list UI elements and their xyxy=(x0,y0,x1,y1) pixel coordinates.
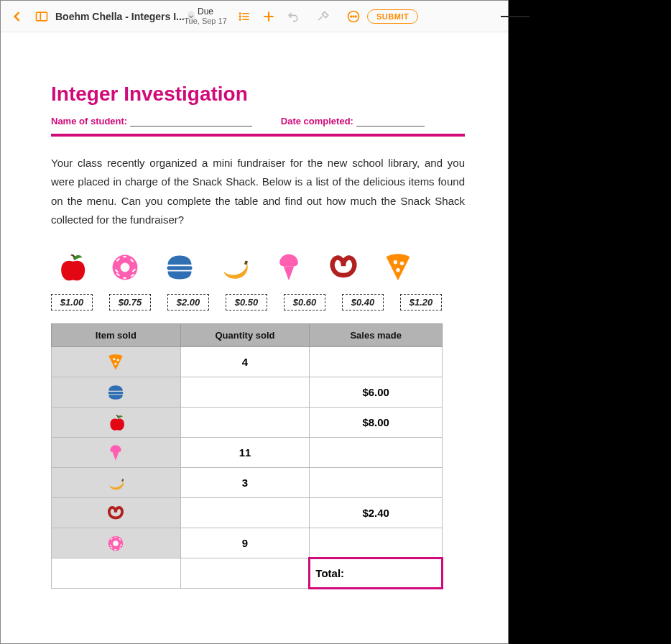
due-date-block: Due Tue, Sep 17 xyxy=(180,7,231,25)
price-donut: $0.75 xyxy=(109,294,151,310)
item-cell xyxy=(52,408,181,438)
sales-table: Item sold Quantity sold Sales made 4$6.0… xyxy=(51,323,443,589)
burger-icon xyxy=(106,385,125,397)
app-window: Boehm Chella - Integers I... Due Tue, Se… xyxy=(0,0,509,644)
col-sales: Sales made xyxy=(310,324,443,347)
undo-icon[interactable] xyxy=(282,6,304,27)
item-cell xyxy=(52,377,181,408)
page-title: Integer Investigation xyxy=(51,83,465,106)
qty-cell[interactable]: 9 xyxy=(180,528,310,558)
panel-toggle-icon[interactable] xyxy=(31,6,52,27)
qty-cell[interactable]: 11 xyxy=(180,438,310,468)
price-pizza: $1.20 xyxy=(400,294,442,310)
item-cell xyxy=(52,528,181,558)
banana-icon xyxy=(106,475,125,487)
total-row: Total: xyxy=(52,558,443,589)
col-item: Item sold xyxy=(52,324,181,347)
sales-cell[interactable]: $8.00 xyxy=(310,408,443,438)
table-row: 9 xyxy=(52,528,443,558)
item-cell xyxy=(52,498,181,528)
pizza-icon xyxy=(381,251,415,284)
price-icecream: $0.60 xyxy=(284,294,325,310)
price-burger: $2.00 xyxy=(167,294,209,310)
table-row: $8.00 xyxy=(52,408,443,438)
svg-rect-15 xyxy=(37,12,47,21)
apple-icon xyxy=(54,251,87,284)
svg-point-19 xyxy=(239,16,241,17)
sales-cell[interactable] xyxy=(310,468,443,498)
name-label: Name of student: xyxy=(51,116,127,126)
total-blank1 xyxy=(52,558,181,589)
banana-icon xyxy=(218,251,251,284)
price-pretzel: $0.40 xyxy=(342,294,384,310)
meta-row: Name of student: Date completed: xyxy=(51,116,465,137)
sales-cell[interactable]: $2.40 xyxy=(310,498,443,528)
table-row: 4 xyxy=(52,347,443,377)
svg-point-26 xyxy=(351,16,352,17)
due-label: Due xyxy=(180,7,231,17)
back-icon[interactable] xyxy=(6,6,28,27)
add-icon[interactable] xyxy=(258,6,279,27)
total-cell[interactable]: Total: xyxy=(310,558,443,589)
pretzel-icon xyxy=(327,251,360,284)
icecream-icon xyxy=(106,445,125,457)
gavel-icon[interactable] xyxy=(313,6,334,27)
submit-label: SUBMIT xyxy=(376,12,409,21)
name-blank[interactable] xyxy=(130,116,252,126)
document-title[interactable]: Boehm Chella - Integers I... xyxy=(55,11,177,22)
sales-cell[interactable] xyxy=(310,347,443,377)
table-row: 11 xyxy=(52,438,443,468)
document-area[interactable]: Integer Investigation Name of student: D… xyxy=(1,32,508,643)
price-banana: $0.50 xyxy=(226,294,267,310)
date-blank[interactable] xyxy=(356,116,425,126)
table-row: $6.00 xyxy=(52,377,443,408)
item-cell xyxy=(52,347,181,377)
more-icon[interactable] xyxy=(343,6,364,27)
menu-icon-row xyxy=(54,242,465,284)
submit-button[interactable]: SUBMIT xyxy=(367,9,418,24)
svg-point-28 xyxy=(356,16,357,17)
qty-cell[interactable] xyxy=(180,498,310,528)
price-apple: $1.00 xyxy=(51,294,93,310)
total-blank2 xyxy=(180,558,310,589)
qty-cell[interactable] xyxy=(180,377,310,408)
table-row: 3 xyxy=(52,468,443,498)
apple-icon xyxy=(106,415,125,427)
sales-cell[interactable] xyxy=(310,438,443,468)
date-field: Date completed: xyxy=(281,116,425,126)
due-date: Tue, Sep 17 xyxy=(180,17,231,25)
item-cell xyxy=(52,468,181,498)
icecream-icon xyxy=(272,251,305,284)
callout-line xyxy=(501,16,529,17)
sales-cell[interactable]: $6.00 xyxy=(310,377,443,408)
total-label: Total: xyxy=(315,567,344,579)
col-qty: Quantity sold xyxy=(180,324,310,347)
qty-cell[interactable] xyxy=(180,408,310,438)
document-title-text: Boehm Chella - Integers I... xyxy=(55,11,185,22)
burger-icon xyxy=(163,251,196,284)
toolbar: Boehm Chella - Integers I... Due Tue, Se… xyxy=(1,1,508,32)
list-icon[interactable] xyxy=(233,6,255,27)
pretzel-icon xyxy=(106,505,125,518)
table-row: $2.40 xyxy=(52,498,443,528)
svg-point-17 xyxy=(239,13,241,14)
svg-point-21 xyxy=(239,19,241,20)
sales-cell[interactable] xyxy=(310,528,443,558)
pizza-icon xyxy=(106,354,125,367)
intro-paragraph: Your class recently organized a mini fun… xyxy=(51,154,465,229)
donut-icon xyxy=(106,535,125,548)
svg-point-27 xyxy=(353,16,354,17)
item-cell xyxy=(52,438,181,468)
name-field: Name of student: xyxy=(51,116,252,126)
price-row: $1.00 $0.75 $2.00 $0.50 $0.60 $0.40 $1.2… xyxy=(51,294,465,310)
qty-cell[interactable]: 3 xyxy=(180,468,310,498)
date-label: Date completed: xyxy=(281,116,353,126)
qty-cell[interactable]: 4 xyxy=(180,347,310,377)
donut-icon xyxy=(108,251,142,284)
